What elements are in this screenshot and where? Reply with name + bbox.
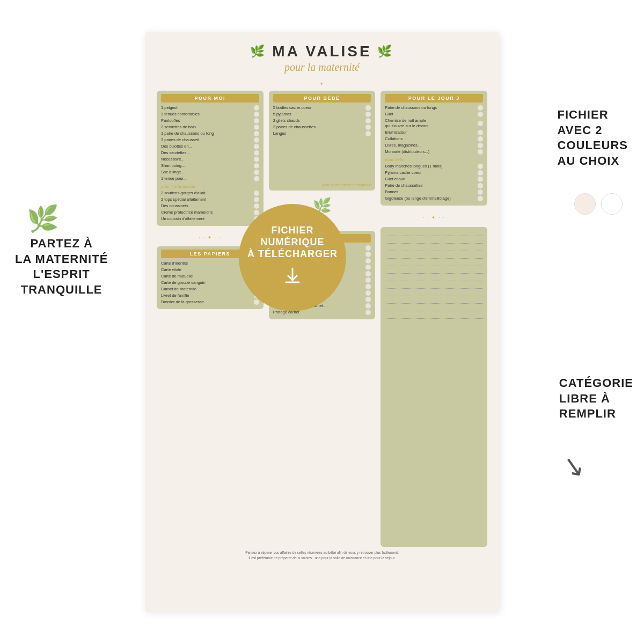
dot-line: [385, 313, 483, 319]
checkbox: [254, 112, 259, 117]
title-main: 🌿 MA VALISE 🌿: [157, 43, 487, 60]
item-row: Gigoteuse (ou lange d'emmaillotage): [385, 196, 483, 201]
checkbox: [365, 284, 371, 289]
checkbox: [478, 143, 483, 148]
download-overlay[interactable]: FICHIER NUMÉRIQUE À TÉLÉCHARGER: [239, 204, 346, 311]
checkbox: [365, 297, 371, 302]
right-bottom-line2: LIBRE À: [559, 391, 633, 407]
subsection-pour-bebe-jour-j: pour bébé: [385, 157, 483, 162]
subsection-allaitement: pour l'allaitement: [161, 184, 259, 189]
title-subtitle: pour la maternité: [157, 61, 487, 74]
item-row: Des serviettes...: [161, 150, 259, 156]
checkbox: [478, 183, 483, 188]
checkbox: [365, 125, 371, 130]
checkbox: [365, 290, 371, 296]
color-circle-warm: [574, 193, 596, 215]
item-row: 2 gilets chauds: [273, 118, 371, 123]
checkbox: [254, 137, 259, 143]
content-columns: POUR MOI 1 peignoir 3 tenues confortable…: [157, 91, 487, 547]
item-row: 1 tenue pour...: [161, 176, 259, 181]
checkbox: [365, 105, 371, 111]
item-row: 3 paires de chaussett...: [161, 137, 259, 143]
right-top-line1: FICHIER: [558, 107, 628, 123]
checkbox: [254, 150, 259, 156]
checkbox: [254, 299, 259, 305]
item-row: Carnet de maternité: [161, 287, 259, 292]
checkbox: [254, 197, 259, 202]
checkbox: [478, 196, 483, 201]
dot-line: [385, 298, 483, 304]
footer-line1: Pensez à séparer vos affaires de celles …: [157, 550, 487, 555]
item-row: Shampoing...: [161, 163, 259, 169]
checkbox: [254, 144, 259, 149]
right-top-line2: AVEC 2: [558, 123, 628, 138]
color-choices: [574, 193, 623, 215]
checkbox: [254, 163, 259, 169]
checkbox: [254, 125, 259, 130]
checkbox: [478, 170, 483, 175]
item-row: 1 paire de chaussons ou tong: [161, 131, 259, 136]
download-line3: À TÉLÉCHARGER: [247, 248, 338, 260]
checkbox: [365, 271, 371, 276]
item-row: Dossier de la grossesse: [161, 299, 259, 305]
left-text-line3: L'ESPRIT: [15, 267, 108, 282]
item-row: Des coussinets: [161, 203, 259, 209]
item-row: Brumisateur: [385, 130, 483, 135]
dot-line: [385, 238, 483, 244]
italic-note-bebe: pour votre confort inestimable: [273, 182, 371, 187]
dot-line: [385, 230, 483, 236]
right-bottom-line3: REMPLIR: [559, 406, 633, 422]
download-line2: NUMÉRIQUE: [260, 237, 324, 248]
checkbox: [365, 112, 371, 117]
checkbox: [254, 118, 259, 123]
footer-line2: Il est préférable de préparer deux valis…: [157, 555, 487, 561]
item-row: 3 tenues confortables: [161, 112, 259, 117]
item-row: Gilet chaud: [385, 177, 483, 182]
item-row: Langes: [273, 131, 371, 136]
checkbox: [254, 170, 259, 175]
item-row: Sac à linge...: [161, 170, 259, 175]
leaf-icon-right: 🌿: [377, 45, 394, 58]
page-wrapper: 🌿 PARTEZ À LA MATERNITÉ L'ESPRIT TRANQUI…: [0, 0, 644, 644]
document-footer: Pensez à séparer vos affaires de celles …: [157, 550, 487, 561]
item-row: 2 paires de chaussettes: [273, 125, 371, 130]
checkbox: [365, 252, 371, 257]
item-row: Pantoufles: [161, 118, 259, 123]
dot-line: [385, 268, 483, 274]
document-title: 🌿 MA VALISE 🌿 pour la maternité: [157, 43, 487, 74]
item-row: 5 bodies cache-coeur: [273, 105, 371, 111]
right-top-line3: COULEURS: [558, 138, 628, 153]
item-row: 2 serviettes de bain: [161, 125, 259, 130]
checkbox: [254, 191, 259, 196]
item-row: Livres, magazines...: [385, 143, 483, 148]
leaf-decoration-left: 🌿: [27, 204, 59, 234]
checkbox: [254, 203, 259, 209]
checkbox: [365, 118, 371, 123]
item-row: Bonnet: [385, 189, 483, 195]
checkbox: [478, 130, 483, 135]
right-bottom-line1: CATÉGORIE: [559, 376, 633, 391]
item-row: Paire de chaussons ou tongs: [385, 105, 483, 111]
checkbox: [478, 136, 483, 142]
item-row: Gilet: [385, 112, 483, 117]
dot-line: [385, 283, 483, 289]
section-pour-moi: POUR MOI 1 peignoir 3 tenues confortable…: [157, 91, 264, 226]
arrow-decoration: ↙: [560, 449, 587, 484]
dot-line: [385, 290, 483, 296]
checkbox: [254, 105, 259, 111]
item-row: Des culottes en...: [161, 144, 259, 149]
pour-moi-header: POUR MOI: [161, 94, 259, 103]
checkbox: [365, 258, 371, 264]
title-main-text: MA VALISE: [272, 43, 371, 60]
main-document: 🌿 MA VALISE 🌿 pour la maternité · · · ✦ …: [145, 32, 499, 612]
checkbox: [254, 176, 259, 181]
checkbox: [365, 303, 371, 309]
checkbox: [478, 149, 483, 155]
checkbox: [365, 310, 371, 315]
item-row: Un coussin d'allaitement: [161, 216, 259, 222]
color-circle-white: [601, 193, 623, 215]
left-text-line4: TRANQUILLE: [15, 282, 108, 298]
dot-line: [385, 253, 483, 259]
item-row: Crème protectrice mamelons: [161, 210, 259, 215]
item-row: 1 peignoir: [161, 105, 259, 111]
